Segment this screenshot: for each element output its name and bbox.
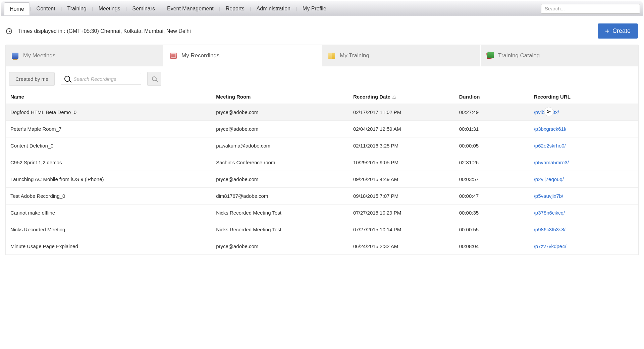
section-tab-my-recordings[interactable]: My Recordings bbox=[164, 45, 322, 66]
cell-url: /p2vjj7eqo6q/ bbox=[534, 176, 634, 182]
created-by-me-filter[interactable]: Created by me bbox=[9, 72, 55, 86]
top-navigation: Home|Content|Training|Meetings|Seminars|… bbox=[1, 1, 643, 16]
table-row[interactable]: C952 Sprint 1,2 demosSachin's Conference… bbox=[6, 154, 638, 171]
recording-url-link[interactable]: /p986c3f53s8/ bbox=[534, 227, 566, 232]
nav-tab-content[interactable]: Content bbox=[31, 2, 61, 15]
cell-duration: 02:31:26 bbox=[459, 160, 534, 165]
cell-url: /pvlbchoitx/ bbox=[534, 109, 634, 115]
cell-room: pryce@adobe.com bbox=[216, 109, 353, 115]
column-header-date[interactable]: Recording Date ◇ bbox=[353, 94, 459, 100]
cell-room: pryce@adobe.com bbox=[216, 243, 353, 249]
cell-date: 02/04/2017 12:59 AM bbox=[353, 126, 459, 132]
cell-duration: 00:00:55 bbox=[459, 227, 534, 232]
cell-name: Launching AC Mobile from iOS 9 (iPhone) bbox=[10, 176, 216, 182]
table-row[interactable]: Launching AC Mobile from iOS 9 (iPhone)p… bbox=[6, 171, 638, 188]
rec-icon bbox=[170, 53, 177, 59]
nav-tab-event-management[interactable]: Event Management bbox=[162, 2, 219, 15]
sort-icon: ◇ bbox=[392, 94, 396, 99]
column-header-url[interactable]: Recording URL bbox=[534, 94, 634, 100]
cell-name: C952 Sprint 1,2 demos bbox=[10, 160, 216, 165]
recordings-search-input[interactable] bbox=[73, 76, 138, 82]
cell-date: 02/11/2016 3:25 PM bbox=[353, 143, 459, 149]
cell-name: Peter's Maple Room_7 bbox=[10, 126, 216, 132]
cell-url: /p7zv7vkdpe4/ bbox=[534, 243, 634, 249]
cat-icon bbox=[486, 52, 494, 59]
nav-tab-reports[interactable]: Reports bbox=[220, 2, 250, 15]
info-bar: Times displayed in : (GMT+05:30) Chennai… bbox=[0, 16, 644, 45]
table-header-row: Name Meeting Room Recording Date ◇ Durat… bbox=[6, 93, 638, 104]
section-tab-my-training[interactable]: My Training bbox=[322, 45, 481, 66]
section-tab-my-meetings[interactable]: My Meetings bbox=[6, 45, 164, 66]
table-row[interactable]: Nicks Recorded MeetingNicks Recorded Mee… bbox=[6, 221, 638, 238]
recording-url-link[interactable]: /p7zv7vkdpe4/ bbox=[534, 243, 567, 249]
cell-duration: 00:00:05 bbox=[459, 143, 534, 149]
cell-duration: 00:00:35 bbox=[459, 210, 534, 216]
clock-icon bbox=[6, 28, 12, 34]
cell-name: Cannot make offline bbox=[10, 210, 216, 216]
cell-duration: 00:00:47 bbox=[459, 193, 534, 199]
plus-icon: + bbox=[605, 28, 609, 35]
recording-url-link[interactable]: /p5vnma5mro3/ bbox=[534, 160, 569, 165]
nav-tab-administration[interactable]: Administration bbox=[251, 2, 296, 15]
table-row[interactable]: Content Deletion_0pawakuma@adobe.com02/1… bbox=[6, 137, 638, 154]
recording-url-link[interactable]: /p378n6cikcq/ bbox=[534, 210, 565, 216]
filter-bar: Created by me bbox=[6, 66, 638, 93]
nav-tab-seminars[interactable]: Seminars bbox=[127, 2, 161, 15]
meet-icon bbox=[12, 53, 18, 59]
cell-date: 07/27/2015 10:29 PM bbox=[353, 210, 459, 216]
cell-duration: 00:08:04 bbox=[459, 243, 534, 249]
table-row[interactable]: Dogfood HTML Beta Demo_0pryce@adobe.com0… bbox=[6, 104, 638, 121]
cell-date: 10/29/2015 9:05 PM bbox=[353, 160, 459, 165]
cell-name: Dogfood HTML Beta Demo_0 bbox=[10, 109, 216, 115]
cell-room: pryce@adobe.com bbox=[216, 176, 353, 182]
cell-name: Nicks Recorded Meeting bbox=[10, 227, 216, 232]
cell-url: /p5vauvjix7b/ bbox=[534, 193, 634, 199]
section-tabs: My MeetingsMy RecordingsMy TrainingTrain… bbox=[6, 45, 638, 66]
column-header-name[interactable]: Name bbox=[10, 94, 216, 100]
nav-tab-meetings[interactable]: Meetings bbox=[93, 2, 126, 15]
cell-duration: 00:01:31 bbox=[459, 126, 534, 132]
cell-room: Sachin's Conference room bbox=[216, 160, 353, 165]
cell-room: pryce@adobe.com bbox=[216, 126, 353, 132]
table-row[interactable]: Minute Usage Page Explainedpryce@adobe.c… bbox=[6, 238, 638, 255]
cell-url: /p3bxgrsck61l/ bbox=[534, 126, 634, 132]
cell-date: 09/26/2015 4:49 AM bbox=[353, 176, 459, 182]
cell-date: 06/24/2015 2:32 AM bbox=[353, 243, 459, 249]
timezone-label: Times displayed in : (GMT+05:30) Chennai… bbox=[18, 28, 598, 34]
recordings-search-field[interactable] bbox=[61, 73, 141, 85]
cell-room: pawakuma@adobe.com bbox=[216, 143, 353, 149]
send-icon[interactable] bbox=[544, 107, 553, 116]
cell-name: Test Adobe Recording_0 bbox=[10, 193, 216, 199]
nav-tab-training[interactable]: Training bbox=[62, 2, 92, 15]
search-icon bbox=[152, 76, 157, 81]
section-tab-training-catalog[interactable]: Training Catalog bbox=[481, 45, 638, 66]
section-tab-label: Training Catalog bbox=[498, 52, 540, 59]
recording-url-link[interactable]: /p5vauvjix7b/ bbox=[534, 193, 564, 199]
global-search-input[interactable] bbox=[541, 4, 640, 14]
search-submit-button[interactable] bbox=[147, 72, 161, 86]
table-row[interactable]: Peter's Maple Room_7pryce@adobe.com02/04… bbox=[6, 121, 638, 137]
recording-url-link[interactable]: /p2vjj7eqo6q/ bbox=[534, 176, 564, 182]
section-tab-label: My Recordings bbox=[181, 52, 219, 59]
recordings-table: Name Meeting Room Recording Date ◇ Durat… bbox=[6, 93, 638, 255]
recording-url-link[interactable]: /p62e2skrho0/ bbox=[534, 143, 566, 149]
section-tab-label: My Meetings bbox=[23, 52, 55, 59]
nav-tab-my-profile[interactable]: My Profile bbox=[297, 2, 332, 15]
cell-duration: 00:27:49 bbox=[459, 109, 534, 115]
create-button-label: Create bbox=[612, 27, 631, 35]
cell-date: 07/27/2015 10:14 PM bbox=[353, 227, 459, 232]
section-tab-label: My Training bbox=[340, 52, 369, 59]
table-row[interactable]: Cannot make offlineNicks Recorded Meetin… bbox=[6, 205, 638, 221]
table-row[interactable]: Test Adobe Recording_0dim81767@adobe.com… bbox=[6, 188, 638, 205]
cell-room: Nicks Recorded Meeting Test bbox=[216, 210, 353, 216]
cell-url: /p378n6cikcq/ bbox=[534, 210, 634, 216]
column-header-duration[interactable]: Duration bbox=[459, 94, 534, 100]
recording-url-link[interactable]: /p3bxgrsck61l/ bbox=[534, 126, 567, 132]
train-icon bbox=[328, 53, 335, 59]
cell-room: Nicks Recorded Meeting Test bbox=[216, 227, 353, 232]
column-header-room[interactable]: Meeting Room bbox=[216, 94, 353, 100]
cell-duration: 00:03:57 bbox=[459, 176, 534, 182]
search-icon bbox=[64, 76, 70, 82]
create-button[interactable]: + Create bbox=[598, 23, 638, 39]
nav-tab-home[interactable]: Home bbox=[4, 2, 30, 15]
